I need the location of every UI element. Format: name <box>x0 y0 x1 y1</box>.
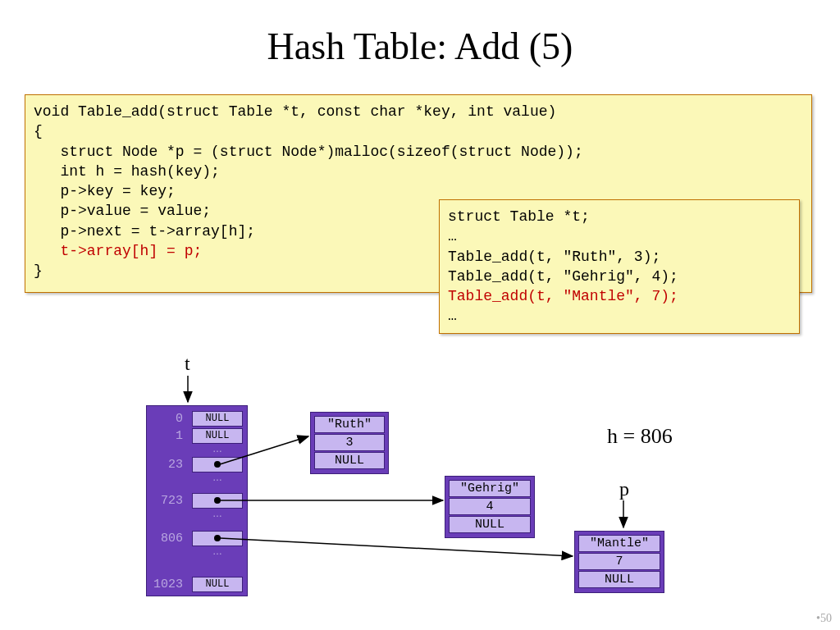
node-key: "Gehrig" <box>449 480 531 497</box>
ht-index: 23 <box>147 457 188 473</box>
node-value: 7 <box>578 553 660 570</box>
code-line: … <box>448 308 457 324</box>
ht-ellipsis: … <box>192 473 243 485</box>
code-line: … <box>448 228 457 244</box>
code-line: Table_add(t, "Ruth", 3); <box>448 249 660 265</box>
slide-number: •50 <box>816 612 832 625</box>
ht-ellipsis: … <box>192 509 243 521</box>
label-p: p <box>619 478 629 500</box>
node-next: NULL <box>449 516 531 533</box>
node-key: "Mantle" <box>578 535 660 552</box>
node-value: 4 <box>449 498 531 515</box>
label-t: t <box>185 353 190 375</box>
node-value: 3 <box>314 434 385 451</box>
code-line: p->value = value; <box>34 203 211 219</box>
node-gehrig: "Gehrig" 4 NULL <box>445 476 535 538</box>
ht-cell-pointer <box>192 493 243 509</box>
ht-cell-null: NULL <box>192 577 243 592</box>
ht-index: 723 <box>147 493 188 509</box>
ht-index: 1 <box>147 428 188 445</box>
code-line: int h = hash(key); <box>34 163 220 180</box>
label-h: h = 806 <box>607 424 673 449</box>
code-line-highlight: Table_add(t, "Mantle", 7); <box>448 288 678 304</box>
ht-cell-pointer <box>192 457 243 472</box>
hashtable-array: 0 NULL 1 NULL … 23 … 723 … 806 … 1023 NU… <box>146 405 248 596</box>
node-next: NULL <box>314 452 385 469</box>
svg-line-4 <box>220 538 573 556</box>
node-mantle: "Mantle" 7 NULL <box>574 531 664 593</box>
code-line: p->next = t->array[h]; <box>34 223 255 240</box>
node-next: NULL <box>578 571 660 588</box>
code-line: p->key = key; <box>34 183 176 199</box>
node-key: "Ruth" <box>314 416 385 433</box>
ht-index: 806 <box>147 531 188 547</box>
ht-ellipsis: … <box>192 547 243 559</box>
code-line: void Table_add(struct Table *t, const ch… <box>34 103 556 120</box>
dot-icon <box>214 535 221 541</box>
dot-icon <box>214 497 221 504</box>
slide-title: Hash Table: Add (5) <box>0 25 840 68</box>
code-line: struct Table *t; <box>448 208 590 225</box>
code-line: struct Node *p = (struct Node*)malloc(si… <box>34 144 583 160</box>
dot-icon <box>214 461 221 468</box>
diagram: t h = 806 p 0 NULL 1 NULL … 23 … 723 … 8… <box>0 353 840 630</box>
ht-index: 1023 <box>147 577 188 593</box>
code-line: { <box>34 123 43 139</box>
code-line-highlight: t->array[h] = p; <box>34 243 202 259</box>
arrows-svg <box>0 353 840 630</box>
code-line: } <box>34 262 43 279</box>
ht-cell-pointer <box>192 531 243 546</box>
ht-cell-null: NULL <box>192 428 243 444</box>
ht-index: 0 <box>147 411 188 427</box>
ht-cell-null: NULL <box>192 411 243 427</box>
code-line: Table_add(t, "Gehrig", 4); <box>448 268 678 285</box>
node-ruth: "Ruth" 3 NULL <box>310 412 389 474</box>
ht-ellipsis: … <box>192 445 243 456</box>
code-box-usage: struct Table *t; … Table_add(t, "Ruth", … <box>439 199 800 334</box>
